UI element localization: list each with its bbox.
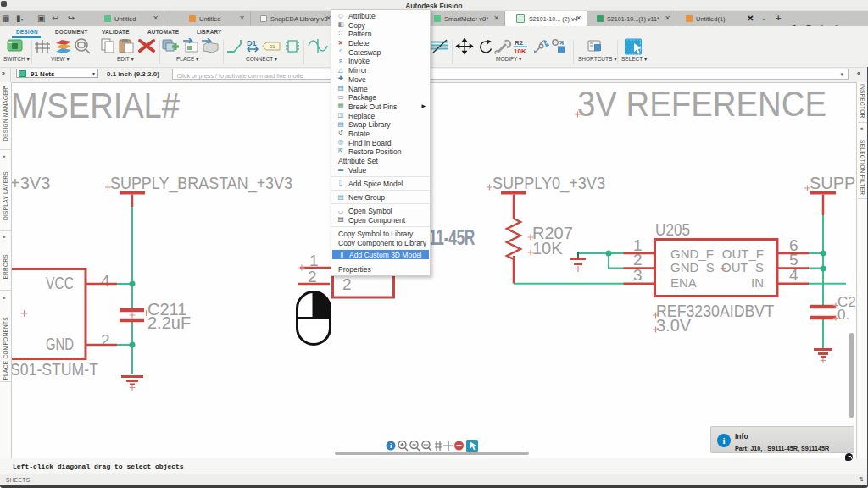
svg-text:M/SERIAL#: M/SERIAL#: [12, 86, 181, 125]
svg-text:11-45R: 11-45R: [429, 225, 475, 249]
svg-text:U205: U205: [655, 220, 690, 239]
svg-text:0.: 0.: [837, 307, 849, 323]
svg-text:10K: 10K: [532, 239, 563, 258]
svg-text:OUT_S: OUT_S: [721, 260, 764, 274]
svg-text:S01-STUM-T: S01-STUM-T: [12, 360, 98, 379]
svg-text:OUT_F: OUT_F: [722, 247, 764, 261]
svg-text:4: 4: [101, 272, 110, 290]
svg-text:+3V3: +3V3: [12, 174, 50, 192]
svg-text:2: 2: [342, 275, 352, 293]
svg-text:2.2uF: 2.2uF: [147, 313, 191, 332]
svg-text:R2: R2: [515, 39, 524, 47]
svg-text:D1: D1: [247, 39, 257, 47]
svg-text:01: 01: [270, 44, 275, 49]
svg-text:VCC: VCC: [46, 274, 74, 292]
svg-text:3V REFERENCE: 3V REFERENCE: [577, 84, 826, 124]
svg-text:GND_S: GND_S: [670, 260, 715, 274]
svg-text:2: 2: [101, 331, 110, 349]
svg-text:IN: IN: [751, 275, 764, 290]
svg-text:SUPPL: SUPPL: [810, 174, 856, 192]
svg-text:SUPPLY_BRASTAN_+3V3: SUPPLY_BRASTAN_+3V3: [110, 174, 292, 193]
svg-text:10K: 10K: [514, 47, 526, 55]
svg-text:3.0V: 3.0V: [656, 316, 692, 335]
svg-text:ENA: ENA: [670, 275, 697, 290]
svg-text:GND: GND: [46, 335, 74, 353]
svg-text:SUPPLY0_+3V3: SUPPLY0_+3V3: [492, 174, 605, 193]
svg-text:GND_F: GND_F: [670, 247, 714, 261]
